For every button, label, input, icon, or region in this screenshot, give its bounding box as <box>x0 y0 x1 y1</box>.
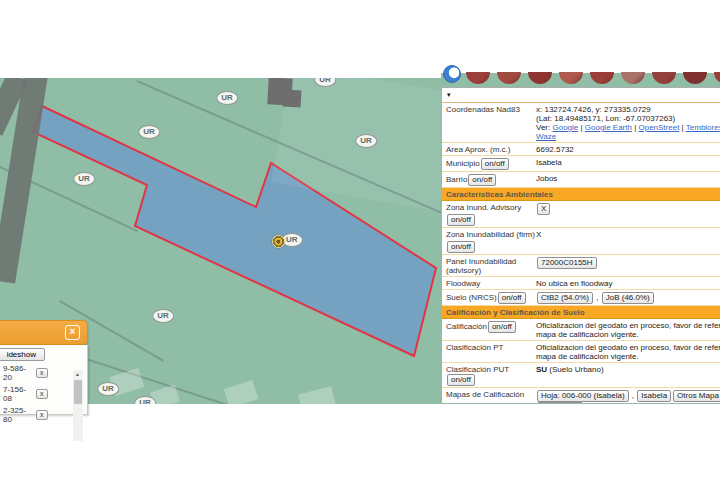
value-button[interactable]: JoB (46.0%) <box>602 292 654 304</box>
link[interactable]: Temblores US <box>686 123 720 132</box>
row-label: Municipioon/off <box>446 158 536 170</box>
row-value: x: 132724.7426, y: 273335.0729(Lat: 18.4… <box>536 105 720 141</box>
row-label-text: Coordenadas Nad83 <box>446 105 520 114</box>
parcel-zoning-label: UR <box>138 125 160 139</box>
row-value: X <box>536 203 720 226</box>
marker-icon <box>590 72 614 84</box>
remove-item-button[interactable]: x <box>36 368 48 378</box>
row-label-text: Zona Inundabilidad (firm) <box>446 230 535 239</box>
row-value: 72000C0155H <box>536 257 720 275</box>
row-label-text: Calificación <box>446 322 487 331</box>
info-row: Municipioon/offIsabela <box>442 156 720 172</box>
panel-rows: Coordenadas Nad83x: 132724.7426, y: 2733… <box>442 103 720 403</box>
selected-point-icon <box>272 235 285 248</box>
row-label: Clasificación PUTon/off <box>446 365 536 386</box>
row-label-text: Municipio <box>446 159 480 168</box>
on-off-button[interactable]: on/off <box>447 241 475 253</box>
value-button[interactable]: Hoja: 006-000 (Isabela) <box>537 390 629 402</box>
info-row: Suelo (NRCS)on/offCtB2 (54.0%) , JoB (46… <box>442 290 720 306</box>
row-value: CtB2 (54.0%) , JoB (46.0%) <box>536 292 720 304</box>
value-text: mapa de calificacion vigente. <box>536 330 639 339</box>
scrollbar[interactable]: ▲ <box>73 370 83 441</box>
value-line: Hoja: 006-000 (Isabela) , IsabelaOtros M… <box>536 390 718 402</box>
value-text: , <box>594 293 601 302</box>
info-row: Coordenadas Nad83x: 132724.7426, y: 2733… <box>442 103 720 143</box>
row-label: Area Aprox. (m.c.) <box>446 145 536 154</box>
link[interactable]: Google <box>552 123 578 132</box>
on-off-button[interactable]: on/off <box>447 374 475 386</box>
value-button[interactable]: Isabela <box>637 390 671 402</box>
value-text: No ubica en floodway <box>536 279 613 288</box>
row-label: Zona Inundabilidad (firm)on/off <box>446 230 536 253</box>
on-off-button[interactable]: on/off <box>481 158 509 170</box>
parcel-zoning-label: UR <box>134 396 156 404</box>
value-button[interactable]: CtB2 (54.0%) <box>537 292 593 304</box>
value-line: Isabela <box>536 158 718 167</box>
remove-item-button[interactable]: x <box>36 389 48 399</box>
parcel-zoning-label: UR <box>152 309 174 323</box>
info-row: Barrioon/offJobos <box>442 172 720 188</box>
link[interactable]: Waze <box>536 132 556 141</box>
on-off-button[interactable]: on/off <box>488 321 516 333</box>
value-text: Jobos <box>536 174 557 183</box>
value-button[interactable]: Otros Mapa <box>673 390 720 402</box>
parcel-zoning-label: UR <box>73 172 95 186</box>
parcel-info-panel: ▾ Coordenadas Nad83x: 132724.7426, y: 27… <box>441 87 720 403</box>
marker-icon <box>559 72 583 84</box>
value-button[interactable]: Mapa PUT <box>537 402 583 403</box>
value-line: Waze <box>536 132 718 141</box>
link[interactable]: OpenStreet <box>638 123 679 132</box>
section-header: Características Ambientales <box>442 188 720 201</box>
value-line: x: 132724.7426, y: 273335.0729 <box>536 105 718 114</box>
scrollbar-thumb[interactable] <box>74 380 82 404</box>
section-header: Calificación y Clasificación de Suelo <box>442 306 720 319</box>
value-line: Jobos <box>536 174 718 183</box>
value-line: 72000C0155H <box>536 257 718 269</box>
marker-icon <box>621 72 645 84</box>
marker-icon <box>497 72 521 84</box>
on-off-button[interactable]: on/off <box>498 292 526 304</box>
value-text: 6692.5732 <box>536 145 574 154</box>
value-text: Oficializacion del geodato en proceso, f… <box>536 321 720 330</box>
marker-icon-row <box>462 72 720 85</box>
value-line: Mapa PUT <box>536 402 718 403</box>
scroll-up-icon[interactable]: ▲ <box>75 371 80 377</box>
value-text: mapa de calificacion vigente. <box>536 352 639 361</box>
row-label-text: Panel Inundabilidad (advisory) <box>446 257 516 275</box>
value-button[interactable]: X <box>537 203 550 215</box>
value-line: Oficializacion del geodato en proceso, f… <box>536 321 718 330</box>
globe-icon <box>443 65 461 83</box>
parcel-id: 2-325-80 <box>3 406 33 424</box>
row-label-text: Mapas de Calificación <box>446 390 524 399</box>
on-off-button[interactable]: on/off <box>468 174 496 186</box>
info-row: Mapas de CalificaciónHoja: 006-000 (Isab… <box>442 388 720 403</box>
close-icon[interactable]: × <box>65 325 80 340</box>
value-line: Oficializacion del geodato en proceso, f… <box>536 343 718 352</box>
row-label: Panel Inundabilidad (advisory) <box>446 257 536 275</box>
row-label: Floodway <box>446 279 536 288</box>
panel-collapse-row[interactable]: ▾ <box>442 88 720 103</box>
slideshow-button[interactable]: ideshow <box>0 348 45 361</box>
remove-item-button[interactable]: x <box>36 410 48 420</box>
row-label: Barrioon/off <box>446 174 536 186</box>
row-value: Hoja: 006-000 (Isabela) , IsabelaOtros M… <box>536 390 720 403</box>
value-line: Ver: Google | Google Earth | OpenStreet … <box>536 123 718 132</box>
link[interactable]: Google Earth <box>585 123 632 132</box>
row-label: Suelo (NRCS)on/off <box>446 292 536 304</box>
row-value: 6692.5732 <box>536 145 720 154</box>
parcel-zoning-label: UR <box>216 91 238 105</box>
value-line: (Lat: 18.49485171, Lon: -67.07037263) <box>536 114 718 123</box>
row-label: Zona Inund. Advisoryon/off <box>446 203 536 226</box>
row-label-text: Area Aprox. (m.c.) <box>446 145 510 154</box>
value-text: Isabela <box>536 158 562 167</box>
marker-icon <box>652 72 676 84</box>
info-row: Calificaciónon/offOficializacion del geo… <box>442 319 720 341</box>
value-line: mapa de calificacion vigente. <box>536 330 718 339</box>
parcel-zoning-label: UR <box>97 382 119 396</box>
chevron-down-icon[interactable]: ▾ <box>447 91 451 98</box>
parcel-id: 9-586-20 <box>3 364 33 382</box>
value-text: Ver: <box>536 123 552 132</box>
on-off-button[interactable]: on/off <box>447 214 475 226</box>
parcel-id: 7-156-08 <box>3 385 33 403</box>
value-button[interactable]: 72000C0155H <box>537 257 597 269</box>
